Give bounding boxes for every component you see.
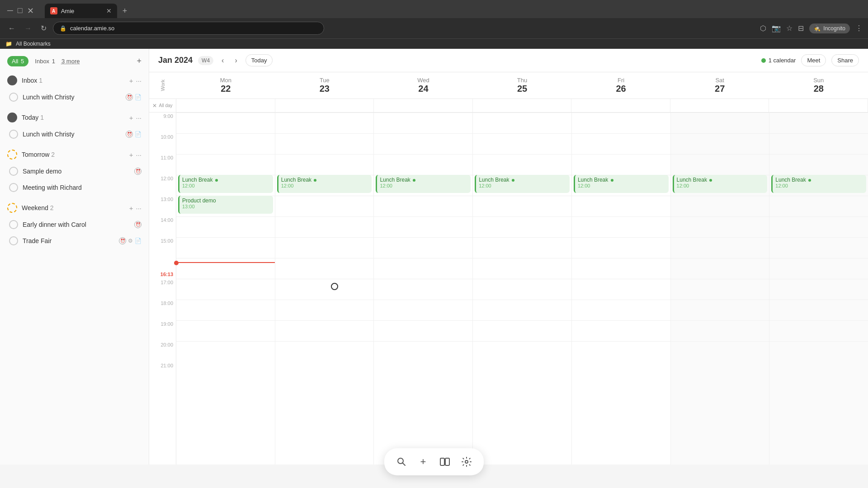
current-time-line: [176, 262, 275, 263]
day-column-mon[interactable]: Lunch Break 12:00 Product demo 13:00: [176, 113, 275, 465]
sidebar-section-weekend: Weekend 2 + ··· Early dinner with Carol …: [0, 199, 149, 249]
bookmarks-label: All Bookmarks: [16, 41, 51, 47]
share-button[interactable]: Share: [831, 54, 859, 66]
list-item[interactable]: Sample demo ⏰: [0, 163, 149, 179]
maximize-button[interactable]: □: [18, 6, 23, 16]
time-column: 9:00 10:00 11:00 12:00 13:00 14:00 15:00…: [149, 113, 176, 465]
reload-button[interactable]: ↻: [38, 22, 49, 34]
all-day-thu[interactable]: [473, 99, 572, 112]
item-checkbox[interactable]: [9, 236, 18, 245]
meet-button[interactable]: Meet: [801, 54, 826, 66]
inbox-icon: [7, 75, 17, 85]
sidebar-tab-all[interactable]: All 5: [7, 56, 28, 66]
prev-week-button[interactable]: ‹: [219, 55, 226, 66]
incognito-icon: 🕵: [814, 25, 821, 32]
today-add-button[interactable]: +: [129, 114, 133, 122]
view-toggle-button[interactable]: [435, 452, 455, 465]
next-week-button[interactable]: ›: [232, 55, 240, 66]
tomorrow-more-button[interactable]: ···: [136, 151, 142, 159]
all-day-tue[interactable]: [275, 99, 374, 112]
inbox-add-button[interactable]: +: [129, 77, 133, 84]
event-lunch-break-wed[interactable]: Lunch Break 12:00: [376, 175, 471, 193]
all-day-wed[interactable]: [374, 99, 473, 112]
time-15: 15:00: [149, 237, 176, 258]
day-header-fri: Fri 26: [571, 72, 670, 99]
all-day-collapse-button[interactable]: ✕: [152, 103, 157, 109]
list-item[interactable]: Lunch with Christy ⏰ 📄: [0, 89, 149, 105]
day-column-fri[interactable]: Lunch Break 12:00: [572, 113, 671, 465]
event-lunch-break-sat[interactable]: Lunch Break 12:00: [673, 175, 768, 193]
incognito-badge: 🕵 Incognito: [809, 23, 850, 33]
all-day-sun[interactable]: [769, 99, 868, 112]
sidebar-tabs: All 5 Inbox 1 3 more +: [0, 54, 149, 70]
time-19: 19:00: [149, 320, 176, 341]
item-checkbox[interactable]: [9, 93, 18, 102]
svg-rect-3: [445, 458, 449, 465]
search-button[interactable]: [392, 452, 411, 465]
list-item[interactable]: Lunch with Christy ⏰ 📄: [0, 126, 149, 142]
calendar-indicator: 1 calendar: [761, 57, 796, 64]
browser-tab[interactable]: A Amie ✕: [45, 4, 117, 18]
event-lunch-break-mon[interactable]: Lunch Break 12:00: [178, 175, 273, 193]
add-event-button[interactable]: +: [413, 452, 433, 465]
item-checkbox[interactable]: [9, 220, 18, 229]
clock-icon: ⏰: [134, 221, 142, 228]
event-lunch-break-sun[interactable]: Lunch Break 12:00: [771, 175, 866, 193]
tab-favicon: A: [50, 7, 57, 14]
tomorrow-add-button[interactable]: +: [129, 151, 133, 159]
day-column-thu[interactable]: Lunch Break 12:00: [473, 113, 572, 465]
today-button[interactable]: Today: [245, 54, 273, 66]
minimize-button[interactable]: ─: [7, 6, 13, 16]
clock-icon: ⏰: [134, 168, 142, 175]
today-more-button[interactable]: ···: [136, 114, 142, 122]
list-item[interactable]: Trade Fair ⏰ ⚙ 📄: [0, 233, 149, 249]
sidebar-toggle[interactable]: ⊟: [798, 24, 804, 33]
list-item[interactable]: Early dinner with Carol ⏰: [0, 216, 149, 233]
event-product-demo[interactable]: Product demo 13:00: [178, 196, 273, 214]
day-column-tue[interactable]: Lunch Break 12:00: [275, 113, 374, 465]
day-header-sun: Sun 28: [769, 72, 868, 99]
new-tab-button[interactable]: +: [119, 5, 131, 18]
close-button[interactable]: ✕: [27, 6, 34, 16]
day-column-wed[interactable]: Lunch Break 12:00: [374, 113, 473, 465]
all-day-label: All day: [159, 103, 172, 108]
cast-icon[interactable]: ⬡: [760, 24, 766, 33]
list-item[interactable]: Meeting with Richard: [0, 179, 149, 196]
today-icon: [7, 113, 17, 122]
event-lunch-break-fri[interactable]: Lunch Break 12:00: [574, 175, 669, 193]
forward-button[interactable]: →: [22, 23, 34, 34]
event-lunch-break-tue[interactable]: Lunch Break 12:00: [277, 175, 372, 193]
all-day-mon[interactable]: [176, 99, 275, 112]
weekend-more-button[interactable]: ···: [136, 204, 142, 212]
item-checkbox[interactable]: [9, 130, 18, 139]
app-container: All 5 Inbox 1 3 more + Inbox 1 + ···: [0, 49, 868, 465]
day-column-sun[interactable]: Lunch Break 12:00: [769, 113, 868, 465]
file-icon: 📄: [135, 238, 142, 244]
all-day-sat[interactable]: [670, 99, 769, 112]
bookmark-icon[interactable]: ☆: [786, 24, 793, 33]
back-button[interactable]: ←: [5, 23, 18, 34]
sidebar-tab-inbox[interactable]: Inbox 1: [30, 56, 60, 66]
day-column-sat[interactable]: Lunch Break 12:00: [671, 113, 770, 465]
address-bar[interactable]: 🔒 calendar.amie.so: [53, 22, 324, 35]
tab-close-button[interactable]: ✕: [106, 7, 112, 14]
event-lunch-break-thu[interactable]: Lunch Break 12:00: [475, 175, 570, 193]
weekend-add-button[interactable]: +: [129, 204, 133, 212]
item-checkbox[interactable]: [9, 183, 18, 192]
clock-icon: ⏰: [119, 237, 126, 244]
sidebar-more-tabs[interactable]: 3 more: [61, 58, 80, 65]
camera-off-icon[interactable]: 📷: [772, 24, 781, 33]
time-18: 18:00: [149, 300, 176, 320]
settings-button[interactable]: [457, 452, 476, 465]
menu-button[interactable]: ⋮: [855, 24, 863, 33]
inbox-more-button[interactable]: ···: [136, 77, 142, 84]
item-checkbox[interactable]: [9, 167, 18, 176]
tomorrow-label: Tomorrow 2: [22, 151, 125, 158]
bottom-toolbar: +: [384, 448, 484, 465]
time-13: 13:00: [149, 196, 176, 216]
all-day-fri[interactable]: [571, 99, 670, 112]
sidebar-add-button[interactable]: +: [137, 56, 142, 66]
sidebar-section-today: Today 1 + ··· Lunch with Christy ⏰ 📄: [0, 109, 149, 142]
browser-chrome: ─ □ ✕ A Amie ✕ + ← → ↻ 🔒 calendar.amie.s…: [0, 0, 868, 49]
weekend-label: Weekend 2: [22, 204, 125, 211]
